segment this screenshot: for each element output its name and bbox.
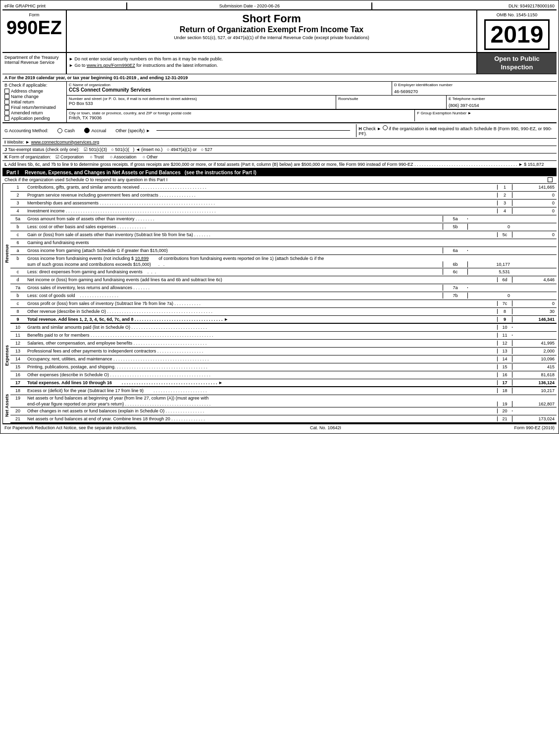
row-6d-desc: Net income or (loss) from gaming and fun… xyxy=(25,277,497,283)
form-org-label: K Form of organization: xyxy=(4,154,51,159)
footer-mid: Cat. No. 10642I xyxy=(310,425,341,430)
org-right: C Name of organization CCS Connect Commu… xyxy=(67,82,557,122)
row-6b-desc: Gross income from fundraising events (no… xyxy=(25,255,557,261)
row-7b: b Less: cost of goods sold . . . . . . .… xyxy=(10,292,557,300)
accrual-checkbox[interactable] xyxy=(84,128,90,133)
row-7a: 7a Gross sales of inventory, less return… xyxy=(10,284,557,292)
open-inspection-badge: Open to Public Inspection xyxy=(477,53,557,74)
h-check-radio[interactable] xyxy=(383,125,388,130)
exempt-arrow: ► xyxy=(468,111,472,115)
row-6a-value xyxy=(467,250,512,251)
row-6d: d Net income or (loss) from gaming and f… xyxy=(10,276,557,284)
row-8-desc: Other revenue (describe in Schedule O) .… xyxy=(25,308,497,314)
org-exempt-cell: F Group Exemption Number ► xyxy=(415,110,557,121)
row-5a-value xyxy=(467,218,512,219)
exp-10-line: 10 xyxy=(497,325,512,330)
exp-15-desc: Printing, publications, postage, and shi… xyxy=(25,364,497,370)
app-pending-checkbox[interactable] xyxy=(4,116,9,121)
form-title-main: Short Form xyxy=(69,12,474,25)
final-return-label: Final return/terminated xyxy=(11,105,56,110)
initial-return-item: Initial return xyxy=(4,100,64,104)
row-8: 8 Other revenue (describe in Schedule O)… xyxy=(10,308,557,316)
assets-body: 18 Excess or (deficit) for the year (Sub… xyxy=(10,387,557,423)
final-return-checkbox[interactable] xyxy=(4,105,9,110)
name-change-checkbox[interactable] xyxy=(4,94,9,99)
exp-14-desc: Occupancy, rent, utilities, and maintena… xyxy=(25,356,497,362)
row-6-desc: Gaming and fundraising events xyxy=(25,240,497,246)
org-name-cell: C Name of organization CCS Connect Commu… xyxy=(67,82,392,95)
row-3-num: 3 xyxy=(10,200,25,206)
exp-13-line: 13 xyxy=(497,349,512,353)
schedule-o-checkbox[interactable] xyxy=(548,177,553,182)
assets-20-value xyxy=(512,410,557,411)
assets-side-label: Net Assets xyxy=(2,387,10,423)
assets-19-desc: Net assets or fund balances at beginning… xyxy=(25,395,557,401)
exp-13-num: 13 xyxy=(10,348,25,354)
exp-11-value xyxy=(512,335,557,336)
omb-area: OMB No. 1545-1150 2019 xyxy=(477,10,557,52)
exp-row-15: 15 Printing, publications, postage, and … xyxy=(10,363,557,371)
row-7a-num: 7a xyxy=(10,285,25,291)
row-2-value: 0 xyxy=(512,192,557,198)
title-area: Short Form Return of Organization Exempt… xyxy=(67,10,477,52)
exp-13-desc: Professional fees and other payments to … xyxy=(25,348,497,354)
org-name-field-label: C Name of organization xyxy=(69,83,390,87)
row-7a-box: 7a xyxy=(443,285,467,291)
assets-18-line: 18 xyxy=(497,388,512,393)
org-phone-value: (806) 397-0154 xyxy=(449,103,555,108)
org-address-row: Number and street (or P. O. box, if mail… xyxy=(67,96,557,109)
exp-12-desc: Salaries, other compensation, and employ… xyxy=(25,340,497,346)
row-6a-num: a xyxy=(10,248,25,253)
open-inspection-text: Open to Public Inspection xyxy=(479,55,555,72)
exp-row-10: 10 Grants and similar amounts paid (list… xyxy=(10,324,557,332)
revenue-body: 1 Contributions, gifts, grants, and simi… xyxy=(10,184,557,324)
exp-10-value xyxy=(512,327,557,328)
net-assets-section: Net Assets 18 Excess or (deficit) for th… xyxy=(2,387,557,423)
dln-label: DLN: 93492178000160 xyxy=(508,3,555,8)
final-return-item: Final return/terminated xyxy=(4,105,64,110)
initial-return-checkbox[interactable] xyxy=(4,100,9,104)
row-5a: 5a Gross amount from sale of assets othe… xyxy=(10,215,557,223)
website-url[interactable]: www.connectcomunityservices.org xyxy=(31,140,100,145)
assets-19-spacer xyxy=(10,403,25,404)
assets-row-21: 21 Net assets or fund balances at end of… xyxy=(10,415,557,423)
expenses-section: Expenses 10 Grants and similar amounts p… xyxy=(2,324,557,387)
tax-year-text: A For the 2019 calendar year, or tax yea… xyxy=(4,75,188,80)
amended-return-checkbox[interactable] xyxy=(4,110,9,115)
row-6c-desc: Less: direct expenses from gaming and fu… xyxy=(25,269,443,275)
assets-20-num: 20 xyxy=(10,408,25,414)
row-6b-amount: 10,899 xyxy=(135,256,149,261)
row-5b-box: 5b xyxy=(443,224,467,230)
row-9-value: 146,341 xyxy=(512,316,557,322)
instructions-area: ► Do not enter social security numbers o… xyxy=(67,53,477,74)
exp-17-desc: Total expenses. Add lines 10 through 16 … xyxy=(25,380,497,386)
irs-url[interactable]: www.irs.gov/Form990EZ xyxy=(87,63,135,68)
acct-accrual: Accrual xyxy=(84,128,106,133)
address-change-label: Address change xyxy=(11,89,43,94)
form-title-sub: Return of Organization Exempt From Incom… xyxy=(69,25,474,34)
assets-19-desc2: end-of-year figure reported on prior yea… xyxy=(25,401,497,407)
exp-13-value: 2,000 xyxy=(512,348,557,354)
check-schedule-text: Check if the organization used Schedule … xyxy=(4,177,167,182)
row-6b-box: 6b xyxy=(443,261,467,267)
revenue-side-label: Revenue xyxy=(2,184,10,324)
exp-row-11: 11 Benefits paid to or for members . . .… xyxy=(10,332,557,340)
row-5c-line: 5c xyxy=(497,232,512,237)
row-6: 6 Gaming and fundraising events xyxy=(10,239,557,247)
assets-21-desc: Net assets or fund balances at end of ye… xyxy=(25,416,497,422)
row-2-num: 2 xyxy=(10,192,25,198)
expenses-body: 10 Grants and similar amounts paid (list… xyxy=(10,324,557,387)
assets-19-value: 162,807 xyxy=(512,401,557,407)
exp-16-desc: Other expenses (describe in Schedule O) … xyxy=(25,372,497,378)
address-change-checkbox[interactable] xyxy=(4,89,9,94)
exp-10-num: 10 xyxy=(10,324,25,330)
tax-status-4947: ○ 4947(a)(1) or xyxy=(167,147,197,152)
exp-14-value: 10,096 xyxy=(512,356,557,362)
row-6d-value: 4,646 xyxy=(512,277,557,283)
tax-status-501c: ○ 501(c)( xyxy=(111,147,129,152)
cash-radio[interactable] xyxy=(57,128,62,133)
row-7b-num: b xyxy=(10,293,25,299)
assets-21-num: 21 xyxy=(10,416,25,422)
exp-11-line: 11 xyxy=(497,333,512,338)
exp-15-line: 15 xyxy=(497,364,512,369)
